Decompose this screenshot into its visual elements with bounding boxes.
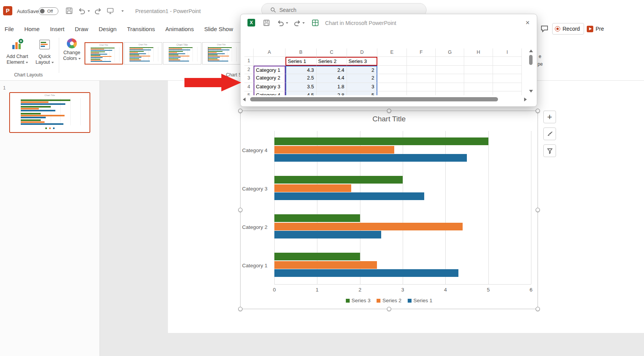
present-display-icon[interactable] <box>106 7 114 15</box>
tab-insert[interactable]: Insert <box>50 26 65 32</box>
chart-object[interactable]: Chart Title Category 4Category 3Category… <box>240 111 538 309</box>
add-chart-element-button[interactable]: Add Chart Element <box>2 38 32 65</box>
resize-handle-bottom-center[interactable] <box>387 307 391 311</box>
redo-icon[interactable] <box>94 7 102 15</box>
excel-column-header-C[interactable]: C <box>317 48 347 57</box>
bar-series-2-category-3[interactable] <box>274 184 351 192</box>
excel-close-button[interactable]: × <box>523 18 532 27</box>
excel-cell[interactable]: 1.8 <box>317 83 347 92</box>
bar-series-3-category-1[interactable] <box>274 253 360 260</box>
excel-cell[interactable]: Category 2 <box>254 74 285 83</box>
excel-cell[interactable] <box>493 74 522 83</box>
excel-cell[interactable] <box>493 66 522 75</box>
excel-hscroll-thumb[interactable] <box>250 97 498 101</box>
excel-cell[interactable] <box>407 91 436 95</box>
excel-row-header-2[interactable]: 2 <box>244 66 254 75</box>
excel-undo-dropdown-icon[interactable] <box>286 22 288 24</box>
excel-cell[interactable] <box>407 83 436 92</box>
excel-cell[interactable] <box>493 57 522 66</box>
excel-redo-icon[interactable] <box>294 19 301 26</box>
chart-style-1[interactable]: Chart Title <box>85 42 123 65</box>
comments-icon[interactable] <box>540 25 549 33</box>
excel-cell[interactable]: 2 <box>347 74 377 83</box>
change-colors-button[interactable]: Change Colors <box>61 38 82 61</box>
excel-row-header-4[interactable]: 4 <box>244 83 254 92</box>
chart-filters-button[interactable] <box>543 144 556 157</box>
tab-home[interactable]: Home <box>24 26 40 32</box>
present-button[interactable]: Pre <box>587 23 604 35</box>
excel-cell[interactable] <box>436 57 464 66</box>
excel-cell[interactable] <box>436 74 464 83</box>
excel-cell[interactable] <box>254 57 285 66</box>
resize-handle-bottom-right[interactable] <box>536 307 540 311</box>
excel-cell[interactable] <box>464 91 493 95</box>
chart-style-4[interactable]: Chart Title <box>202 42 241 65</box>
autosave-toggle[interactable]: Off <box>38 7 58 15</box>
excel-column-header-D[interactable]: D <box>347 48 377 57</box>
chart-style-3[interactable]: Chart Title <box>163 42 201 65</box>
search-input[interactable] <box>279 6 410 14</box>
legend-item-series-2[interactable]: Series 2 <box>377 298 402 303</box>
excel-column-header-E[interactable]: E <box>377 48 407 57</box>
excel-cell[interactable]: Series 3 <box>347 57 377 66</box>
bar-series-1-category-3[interactable] <box>274 192 424 200</box>
excel-cell[interactable] <box>464 66 493 75</box>
scroll-left-icon[interactable] <box>243 98 246 101</box>
excel-cell[interactable] <box>436 66 464 75</box>
excel-undo-icon[interactable] <box>277 19 284 26</box>
excel-cell[interactable] <box>436 83 464 92</box>
excel-cell[interactable] <box>407 66 436 75</box>
excel-cell[interactable]: 2.8 <box>317 91 347 95</box>
resize-handle-bottom-left[interactable] <box>238 307 242 311</box>
excel-cell[interactable] <box>407 57 436 66</box>
scroll-up-icon[interactable] <box>529 50 533 52</box>
tab-file[interactable]: File <box>5 26 14 32</box>
excel-cell[interactable]: Series 1 <box>285 57 317 66</box>
excel-cell[interactable]: 2.5 <box>285 74 317 83</box>
excel-column-header-H[interactable]: H <box>464 48 493 57</box>
excel-column-header-F[interactable]: F <box>407 48 436 57</box>
excel-cell[interactable]: Category 1 <box>254 66 285 75</box>
excel-cell[interactable] <box>377 83 407 92</box>
tab-draw[interactable]: Draw <box>75 26 88 32</box>
chart-title[interactable]: Chart Title <box>241 115 538 123</box>
undo-icon[interactable] <box>78 7 86 15</box>
excel-column-header-G[interactable]: G <box>436 48 464 57</box>
resize-handle-top-left[interactable] <box>238 109 242 113</box>
bar-series-3-category-3[interactable] <box>274 176 403 184</box>
excel-cell[interactable]: 2.4 <box>317 66 347 75</box>
bar-series-2-category-2[interactable] <box>274 223 463 230</box>
resize-handle-middle-right[interactable] <box>536 208 540 212</box>
edit-in-excel-icon[interactable] <box>312 19 319 26</box>
tab-animations[interactable]: Animations <box>165 26 194 32</box>
resize-handle-top-center[interactable] <box>387 109 391 113</box>
excel-data-window[interactable]: X Chart in Microsoft PowerPoint × ABCDEF… <box>240 14 537 107</box>
quick-access-dropdown-icon[interactable] <box>121 10 124 12</box>
excel-cell[interactable]: Series 2 <box>317 57 347 66</box>
excel-cell[interactable]: 3.5 <box>285 83 317 92</box>
chart-elements-button[interactable]: + <box>543 111 556 123</box>
excel-cell[interactable] <box>464 74 493 83</box>
tab-design[interactable]: Design <box>99 26 117 32</box>
excel-cell[interactable]: 4.4 <box>317 74 347 83</box>
bar-series-1-category-2[interactable] <box>274 231 381 238</box>
excel-cell[interactable]: Category 4 <box>254 91 285 95</box>
excel-corner-cell[interactable] <box>244 48 254 57</box>
scroll-down-icon[interactable] <box>529 90 533 93</box>
excel-cell[interactable] <box>464 83 493 92</box>
excel-cell[interactable] <box>436 91 464 95</box>
save-icon[interactable] <box>65 7 73 15</box>
legend-item-series-1[interactable]: Series 1 <box>408 298 433 303</box>
resize-handle-middle-left[interactable] <box>238 208 242 212</box>
legend-item-series-3[interactable]: Series 3 <box>346 298 371 303</box>
excel-save-icon[interactable] <box>263 19 270 26</box>
bar-series-1-category-1[interactable] <box>274 269 458 277</box>
record-button[interactable]: Record <box>552 23 584 35</box>
resize-handle-top-right[interactable] <box>536 109 540 113</box>
excel-row-header-3[interactable]: 3 <box>244 74 254 83</box>
excel-vertical-scrollbar[interactable] <box>528 48 534 95</box>
excel-column-header-I[interactable]: I <box>493 48 522 57</box>
excel-cell[interactable]: 4.5 <box>285 91 317 95</box>
excel-cell[interactable] <box>377 74 407 83</box>
slide-thumbnail-1[interactable]: Chart Title <box>9 92 90 133</box>
